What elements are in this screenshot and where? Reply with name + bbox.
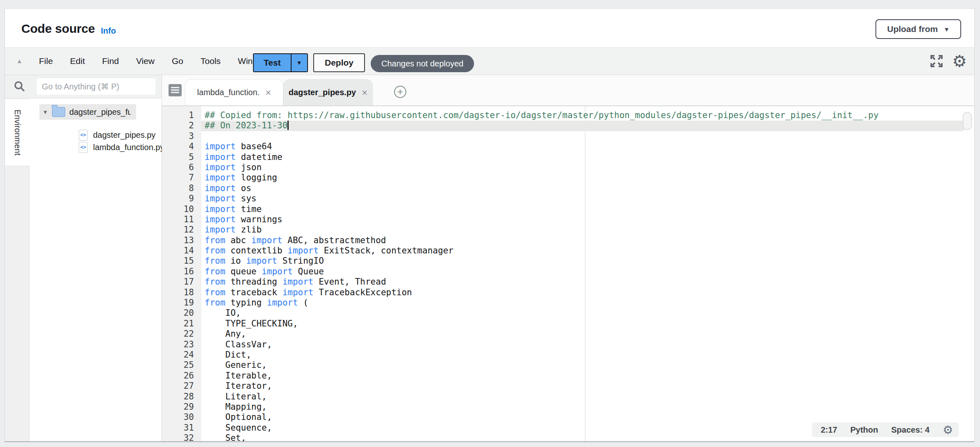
menu-item-tools[interactable]: Tools [192,56,229,66]
tree-folder-row[interactable]: ▼ dagster_pipes_funct [39,104,136,120]
line-number: 7 [162,173,201,183]
test-split-button[interactable]: Test ▼ [253,53,308,72]
code-line[interactable]: import warnings [205,214,974,225]
tree-file-row[interactable]: <>lambda_function.py [79,141,164,153]
line-number: 16 [162,267,201,277]
environment-tab[interactable]: Environment [5,99,30,166]
vertical-scrollbar[interactable] [963,109,973,438]
line-number: 23 [162,340,201,350]
line-number: 1 [162,110,201,121]
code-line[interactable]: Iterable, [205,371,974,381]
code-line[interactable]: Mapping, [205,402,974,412]
code-line[interactable]: from typing import ( [205,298,974,308]
body-row: Environment ▼ dagster_pipes_funct ⚙ ▼ <>… [5,75,974,441]
line-number: 2 [162,121,201,131]
search-row [5,75,162,98]
code-line[interactable]: Iterator, [205,381,974,391]
code-line[interactable]: from threading import Event, Thread [205,277,974,287]
editor-status-bar: 2:17 Python Spaces: 4 ⚙ [812,422,959,437]
code-line[interactable]: import json [205,162,974,173]
folder-label: dagster_pipes_funct [69,107,131,117]
code-line[interactable]: ## On 2023-11-30 [205,121,974,131]
code-line[interactable]: Dict, [205,350,974,360]
file-tree: ▼ dagster_pipes_funct ⚙ ▼ <>dagster_pipe… [30,98,162,441]
code-line[interactable]: import base64 [205,141,974,152]
tab-label: dagster_pipes.py [289,88,356,97]
line-number: 28 [162,392,201,402]
code-line[interactable]: import sys [205,194,974,204]
line-number: 9 [162,194,201,204]
line-number: 11 [162,214,201,225]
language-mode[interactable]: Python [850,425,878,435]
code-line[interactable]: IO, [205,308,974,318]
code-line[interactable]: import logging [205,173,974,183]
code-line[interactable]: from traceback import TracebackException [205,287,974,298]
code-lines[interactable]: ## Copied from: https://raw.githubuserco… [201,106,974,441]
tab-dagster-pipes[interactable]: dagster_pipes.py × [283,79,373,105]
upload-from-button[interactable]: Upload from ▼ [875,19,961,39]
collapse-panel-icon[interactable]: ▲ [16,57,23,64]
deploy-status-badge: Changes not deployed [371,55,474,72]
line-number: 3 [162,131,201,141]
code-line[interactable]: ClassVar, [205,340,974,350]
code-line[interactable]: import os [205,183,974,194]
panel-header: Code source Info Upload from ▼ [5,9,974,47]
menu-item-go[interactable]: Go [163,56,192,66]
line-number: 31 [162,423,201,433]
menu-item-view[interactable]: View [128,56,163,66]
code-line[interactable]: from io import StringIO [205,256,974,266]
code-line[interactable]: TYPE_CHECKING, [205,319,974,329]
settings-gear-icon[interactable]: ⚙ [952,53,967,69]
code-editor[interactable]: 1234567891011121314151617181920212223242… [162,106,974,441]
folder-expander-icon[interactable]: ▼ [43,109,48,115]
code-line[interactable]: import datetime [205,152,974,162]
tree-file-row[interactable]: <>dagster_pipes.py [79,129,155,141]
text-cursor [287,121,289,130]
tab-size-setting[interactable]: Spaces: 4 [891,425,930,435]
code-line[interactable]: Generic, [205,360,974,370]
code-line[interactable]: ## Copied from: https://raw.githubuserco… [205,110,974,121]
line-number: 10 [162,204,201,214]
chevron-down-icon: ▼ [944,26,950,32]
line-number: 21 [162,319,201,329]
python-file-icon: <> [79,142,88,153]
test-button-label[interactable]: Test [254,54,291,71]
line-number: 4 [162,141,201,152]
close-tab-icon[interactable]: × [362,88,367,98]
line-number: 30 [162,412,201,422]
tab-lambda-function[interactable]: lambda_function. × [185,79,283,105]
cursor-position[interactable]: 2:17 [821,425,837,435]
tab-bar: lambda_function. × dagster_pipes.py × + [162,75,974,106]
status-bar-gear-icon[interactable]: ⚙ [943,423,953,437]
line-number: 24 [162,350,201,360]
code-line[interactable]: Literal, [205,392,974,402]
code-line[interactable]: Optional, [205,412,974,422]
search-icon [13,80,25,93]
close-tab-icon[interactable]: × [265,88,271,98]
code-line[interactable]: from contextlib import ExitStack, contex… [205,246,974,256]
code-line[interactable]: Any, [205,329,974,339]
python-file-icon: <> [79,130,88,141]
code-line[interactable]: import time [205,204,974,214]
menu-item-find[interactable]: Find [93,56,128,66]
line-number: 14 [162,246,201,256]
code-line[interactable]: from queue import Queue [205,267,974,277]
go-to-anything-input[interactable] [37,78,155,95]
scrollbar-thumb[interactable] [963,112,972,130]
tab-label: lambda_function. [197,88,260,97]
menu-item-edit[interactable]: Edit [62,56,93,66]
code-line[interactable]: from abc import ABC, abstractmethod [205,235,974,246]
line-number: 18 [162,287,201,298]
code-source-panel: Code source Info Upload from ▼ ▲ FileEdi… [5,8,975,442]
new-tab-button[interactable]: + [394,86,406,98]
fullscreen-icon[interactable] [930,55,943,68]
menu-item-file[interactable]: File [30,56,62,66]
tab-list-icon[interactable] [169,84,182,96]
info-link[interactable]: Info [101,26,116,36]
code-line[interactable]: import zlib [205,225,974,235]
editor-area: lambda_function. × dagster_pipes.py × + … [162,75,974,441]
code-line[interactable] [205,131,974,141]
test-dropdown-caret-icon[interactable]: ▼ [291,54,307,71]
line-number: 19 [162,298,201,308]
deploy-button[interactable]: Deploy [313,53,365,72]
